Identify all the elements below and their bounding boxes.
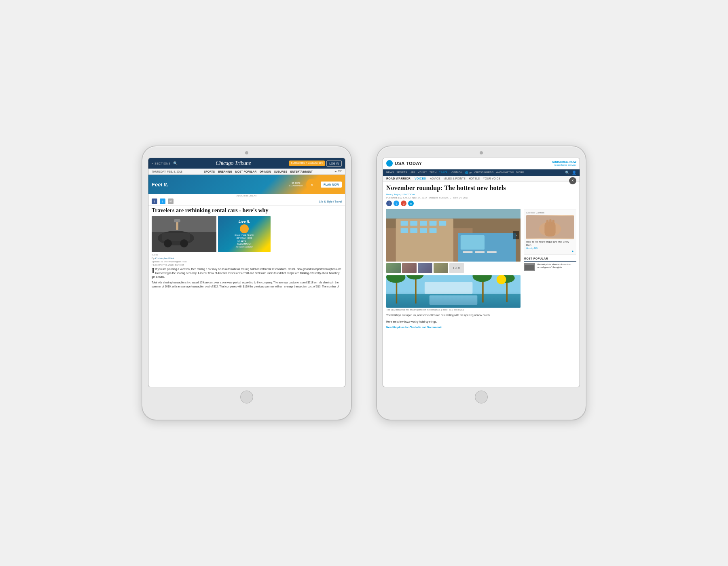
- ct-header-right: SUBSCRIBE 4 weeks for 99¢ LOG IN: [289, 161, 342, 167]
- ct-social-bar: f t ✉ Life & Style / Travel: [148, 197, 345, 206]
- svg-text:☀: ☀: [311, 184, 313, 186]
- ct-email-icon[interactable]: ✉: [168, 199, 174, 204]
- ut-sub-voice[interactable]: YOUR VOICE: [483, 177, 500, 180]
- ut-close-button[interactable]: ×: [569, 177, 576, 184]
- ut-popular-thumb-1: [524, 263, 535, 271]
- ut-nav-tech[interactable]: TECH: [430, 171, 437, 174]
- ct-nav-popular[interactable]: MOST POPULAR: [235, 170, 256, 173]
- svg-rect-27: [386, 209, 521, 219]
- ct-nav-opinion[interactable]: OPINION: [260, 170, 271, 173]
- svg-rect-24: [463, 251, 473, 253]
- ct-article-ad-image[interactable]: Live It. PLAN YOUR BEACHGETAWAY HERE ST.…: [218, 216, 271, 252]
- svg-rect-26: [487, 251, 497, 253]
- ct-image-caption: iStock: [148, 253, 345, 256]
- ct-nav-entertainment[interactable]: ENTERTAINMENT: [290, 170, 313, 173]
- ct-home-button[interactable]: [240, 391, 253, 403]
- scene: ≡ SECTIONS 🔍 Chicago Tribune SUBSCRIBE 4…: [142, 146, 586, 420]
- svg-point-6: [164, 239, 172, 247]
- ct-search-icon[interactable]: 🔍: [173, 161, 178, 165]
- ct-ad-plan-now[interactable]: PLAN NOW: [321, 182, 342, 188]
- ut-nav-life[interactable]: LIFE: [410, 171, 415, 174]
- ut-home-button[interactable]: [475, 391, 488, 403]
- ut-nav-opinion[interactable]: OPINION: [451, 171, 462, 174]
- svg-rect-45: [549, 219, 551, 227]
- svg-rect-46: [552, 220, 554, 227]
- svg-rect-44: [546, 220, 548, 227]
- ut-nav-crosswords[interactable]: CROSSWORDS: [474, 171, 493, 174]
- ct-nav-breaking[interactable]: BREAKING: [218, 170, 232, 173]
- ct-author-link[interactable]: Christopher Elliott: [155, 257, 174, 260]
- ut-sub-advice[interactable]: ADVICE: [430, 177, 440, 180]
- ut-author[interactable]: Nancy Trejos, USA TODAY: [383, 193, 580, 196]
- ut-linkedin-icon[interactable]: in: [408, 201, 414, 206]
- svg-rect-5: [162, 233, 190, 241]
- ut-nav-more[interactable]: MORE: [516, 171, 524, 174]
- ct-subscribe-button[interactable]: SUBSCRIBE 4 weeks for 99¢: [289, 161, 325, 166]
- ut-subscribe-area[interactable]: SUBSCRIBE NOW to get home delivery: [552, 160, 576, 167]
- ct-ad-sub-text: ST. PETECLEARWATER: [289, 182, 303, 187]
- ut-popular-text-1[interactable]: Marriott pilots shower doors that record…: [537, 263, 576, 271]
- ut-sub-links: ADVICE MILES & POINTS HOTELS YOUR VOICE: [430, 177, 500, 180]
- ut-nav-travel[interactable]: TRAVEL: [439, 171, 449, 174]
- ut-nav-sports[interactable]: SPORTS: [396, 171, 407, 174]
- ct-ad-live-text: Live It.: [239, 220, 250, 224]
- ut-voices-label: VOICES: [415, 177, 426, 180]
- ut-circle-logo: [386, 160, 393, 167]
- ct-ad-clearwater-text: ST. PETECLEARWATER: [237, 240, 252, 245]
- ct-article-main-image: [152, 216, 216, 252]
- ut-nav-links: NEWS SPORTS LIFE MONEY TECH TRAVEL OPINI…: [386, 171, 524, 174]
- ut-nav-money[interactable]: MONEY: [417, 171, 427, 174]
- ct-byline: By Christopher Elliott: [148, 256, 345, 260]
- ut-sponsor-ad-text[interactable]: How To Fix Your Fatigue (Do This Every D…: [526, 241, 569, 246]
- ut-section-bar: ROAD WARRIOR VOICES ADVICE MILES & POINT…: [383, 176, 580, 182]
- ct-author-role: Special To The Washington Post: [148, 260, 345, 263]
- ut-body-text-2: Here are a few buzz-worthy hotel opening…: [386, 319, 521, 325]
- ut-sub-hotels[interactable]: HOTELS: [469, 177, 480, 180]
- ut-thumb-2[interactable]: [402, 263, 417, 273]
- ut-more-link[interactable]: New Kimptons for Charlotte and Sacrament…: [386, 325, 521, 329]
- ct-facebook-icon[interactable]: f: [152, 199, 157, 204]
- ct-article-main-image-inner: [152, 216, 216, 252]
- ct-section-tag[interactable]: Life & Style / Travel: [319, 200, 342, 203]
- ut-thumb-4[interactable]: [434, 263, 448, 273]
- ut-subscribe-strong: SUBSCRIBE NOW: [552, 160, 576, 164]
- ut-thumb-3[interactable]: [418, 263, 432, 273]
- ct-login-button[interactable]: LOG IN: [326, 161, 342, 167]
- ut-search-icon[interactable]: 🔍: [565, 171, 569, 175]
- ipad-screen-ut: USA TODAY SUBSCRIBE NOW to get home deli…: [383, 158, 580, 387]
- ut-hero-nav-button[interactable]: ›: [513, 231, 519, 239]
- ct-body-text-content-1: If you are planning a vacation, then ren…: [152, 268, 341, 279]
- ut-gplus-icon[interactable]: g: [401, 201, 406, 206]
- ct-twitter-icon[interactable]: t: [160, 199, 165, 204]
- ut-profile-icon[interactable]: 👤: [572, 171, 576, 175]
- ut-nav-icons: 🔍 👤: [565, 171, 576, 175]
- ct-nav-sports[interactable]: SPORTS: [204, 170, 215, 173]
- ut-ad-indicator[interactable]: ▶: [526, 249, 574, 252]
- ut-sponsor-text: How To Fix Your Fatigue (Do This Every D…: [526, 241, 574, 247]
- ct-body-text-1: IIf you are planning a vacation, then re…: [148, 266, 345, 280]
- ct-ad-banner[interactable]: Feel It. ST. PETECLEARWATER ☀ PLAN NOW: [148, 175, 345, 194]
- ut-social-bar: f t g in: [383, 199, 580, 207]
- ut-facebook-icon[interactable]: f: [386, 201, 392, 206]
- ut-thumb-1[interactable]: [386, 263, 401, 273]
- ct-body-text-2: Total ride sharing transactions increase…: [148, 280, 345, 289]
- ct-nav-suburbs[interactable]: SUBURBS: [274, 170, 287, 173]
- ut-second-image-pool: [386, 291, 521, 308]
- ct-header-left: ≡ SECTIONS 🔍: [152, 161, 178, 165]
- ut-date: Published 3:12 a.m. ET Nov. 24, 2017 | U…: [383, 196, 580, 199]
- ut-sub-miles[interactable]: MILES & POINTS: [444, 177, 466, 180]
- ct-date: THURSDAY, FEB. 8, 2018: [152, 170, 182, 173]
- svg-rect-17: [439, 221, 446, 226]
- ut-article-title: November roundup: The hottest new hotels: [383, 182, 580, 193]
- ut-sponsor: Sponsor Content: [524, 209, 576, 255]
- ct-nav: THURSDAY, FEB. 8, 2018 SPORTS BREAKING M…: [148, 169, 345, 175]
- ct-advertisement-label: ADVERTISEMENT: [236, 246, 253, 248]
- ut-nav-3p[interactable]: 🌐 3P: [465, 171, 472, 174]
- svg-rect-9: [174, 219, 180, 222]
- ut-twitter-icon[interactable]: t: [394, 201, 399, 206]
- ct-sections-label[interactable]: ≡ SECTIONS: [152, 162, 171, 165]
- svg-rect-19: [410, 228, 417, 233]
- ut-thumb-more[interactable]: 1 of 40: [449, 263, 464, 273]
- ut-nav-washington[interactable]: WASHINGTON: [496, 171, 514, 174]
- ut-nav-news[interactable]: NEWS: [386, 171, 394, 174]
